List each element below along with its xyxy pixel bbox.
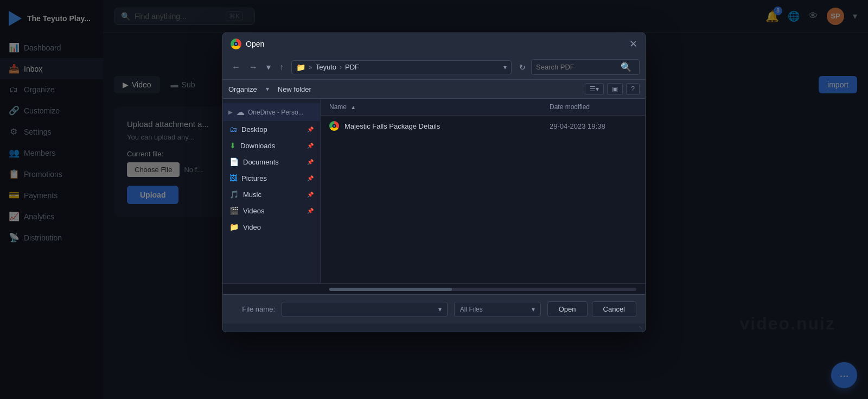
file-list-area: Name ▲ Date modified Majestic Falls Pack… [321,99,645,283]
documents-pin-icon: 📌 [307,159,314,165]
onedrive-label: OneDrive - Perso... [248,109,304,116]
pictures-pin-icon: 📌 [307,175,314,181]
onedrive-icon: ☁ [236,107,245,117]
desktop-label: Desktop [241,125,267,134]
file-date: 29-04-2023 19:38 [550,122,636,130]
pictures-label: Pictures [241,174,267,182]
music-pin-icon: 📌 [307,192,314,198]
pictures-folder-icon: 🖼 [229,174,237,182]
dialog-search-input[interactable] [536,63,617,71]
new-folder-btn[interactable]: New folder [278,85,311,93]
path-folder-icon: 📁 [296,63,305,72]
sidebar-nav-videos[interactable]: 🎬 Videos 📌 [223,202,320,219]
videos-folder-icon: 🎬 [229,206,239,215]
dialog-footer: File name: ▾ All Files ▾ Open Cancel [223,294,645,324]
videos-label: Videos [243,207,265,215]
col-name-header: Name ▲ [329,103,550,111]
file-chrome-icon [329,121,339,131]
organize-menu[interactable]: Organize [228,85,257,93]
file-dialog-container: Open ✕ ← → ▾ ↑ 📁 » Teyuto › PDF ▾ ↻ 🔍 [0,0,868,399]
dialog-title: Open [246,40,625,48]
dialog-body: ▶ ☁ OneDrive - Perso... 🗂 Desktop 📌 ⬇ Do… [223,99,645,283]
forward-button[interactable]: → [246,60,261,74]
file-list-header: Name ▲ Date modified [321,99,645,116]
sidebar-nav-downloads[interactable]: ⬇ Downloads 📌 [223,137,320,154]
sidebar-nav-desktop[interactable]: 🗂 Desktop 📌 [223,121,320,137]
path-dropdown-icon[interactable]: ▾ [503,64,507,71]
filetype-select[interactable]: All Files ▾ [454,302,541,317]
filename-dropdown-icon[interactable]: ▾ [438,306,442,313]
dialog-close-button[interactable]: ✕ [629,39,637,49]
sidebar-nav-pictures[interactable]: 🖼 Pictures 📌 [223,170,320,186]
chrome-icon [231,39,241,49]
col-date-header: Date modified [550,103,636,111]
music-folder-icon: 🎵 [229,190,239,199]
music-label: Music [243,191,261,199]
file-row[interactable]: Majestic Falls Package Details 29-04-202… [321,116,645,136]
scrollbar-area [223,283,645,294]
dialog-sidebar: ▶ ☁ OneDrive - Perso... 🗂 Desktop 📌 ⬇ Do… [223,99,321,283]
desktop-folder-icon: 🗂 [229,125,237,134]
filetype-label: All Files [460,306,483,313]
up-button[interactable]: ↑ [276,60,287,74]
documents-folder-icon: 📄 [229,157,239,166]
video-label: Video [243,223,261,231]
filename-label: File name: [232,305,275,313]
video-folder-icon: 📁 [229,223,239,231]
sidebar-nav-documents[interactable]: 📄 Documents 📌 [223,154,320,170]
filetype-dropdown-icon[interactable]: ▾ [532,306,535,313]
filename-input[interactable]: ▾ [282,302,448,317]
footer-actions: Open Cancel [547,301,636,317]
file-name: Majestic Falls Package Details [344,122,550,130]
file-dialog: Open ✕ ← → ▾ ↑ 📁 » Teyuto › PDF ▾ ↻ 🔍 [222,33,646,332]
videos-pin-icon: 📌 [307,208,314,214]
path-crumb-teyuto[interactable]: Teyuto [316,63,336,71]
help-btn[interactable]: ? [626,83,640,95]
recent-locations-button[interactable]: ▾ [263,60,274,74]
cancel-button[interactable]: Cancel [592,301,636,317]
path-bar: 📁 » Teyuto › PDF ▾ [291,60,512,74]
sidebar-nav-onedrive[interactable]: ▶ ☁ OneDrive - Perso... [223,103,320,121]
view-details-btn[interactable]: ☰▾ [585,83,604,95]
downloads-folder-icon: ⬇ [229,141,236,150]
downloads-pin-icon: 📌 [307,143,314,149]
view-pane-btn[interactable]: ▣ [607,83,623,95]
sidebar-nav-video[interactable]: 📁 Video [223,219,320,235]
sort-arrow-icon: ▲ [350,104,356,110]
dialog-search-icon: 🔍 [621,62,631,72]
horizontal-scrollbar[interactable] [329,288,636,291]
documents-label: Documents [243,158,279,166]
expand-icon: ▶ [228,109,233,115]
dialog-toolbar: ← → ▾ ↑ 📁 » Teyuto › PDF ▾ ↻ 🔍 [223,55,645,80]
resize-handle[interactable]: ⤡ [223,324,645,332]
path-sep2: › [340,64,342,71]
back-button[interactable]: ← [228,60,244,74]
refresh-button[interactable]: ↻ [516,61,529,74]
downloads-label: Downloads [240,142,275,150]
path-crumb-pdf[interactable]: PDF [345,63,359,71]
path-sep1: » [309,64,312,71]
dialog-titlebar: Open ✕ [223,33,645,55]
open-button[interactable]: Open [547,301,588,317]
desktop-pin-icon: 📌 [307,126,314,132]
dialog-menubar: Organize ▾ New folder ☰▾ ▣ ? [223,80,645,99]
dialog-search[interactable]: 🔍 [531,59,640,75]
sidebar-nav-music[interactable]: 🎵 Music 📌 [223,186,320,202]
organize-dropdown[interactable]: ▾ [266,85,269,93]
